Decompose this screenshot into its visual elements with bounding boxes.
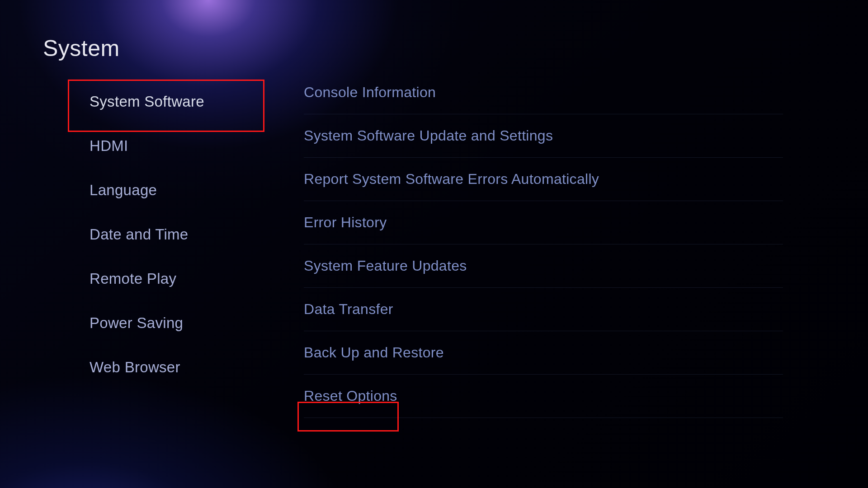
sidebar-item-date-and-time[interactable]: Date and Time	[68, 212, 264, 257]
content-item-system-software-update[interactable]: System Software Update and Settings	[304, 114, 783, 158]
sidebar: System Software HDMI Language Date and T…	[68, 80, 264, 389]
sidebar-item-language[interactable]: Language	[68, 168, 264, 212]
content-item-report-errors[interactable]: Report System Software Errors Automatica…	[304, 158, 783, 201]
sidebar-item-power-saving[interactable]: Power Saving	[68, 301, 264, 345]
content-item-reset-options[interactable]: Reset Options	[304, 375, 783, 418]
content-item-data-transfer[interactable]: Data Transfer	[304, 288, 783, 331]
content-panel: Console Information System Software Upda…	[304, 84, 783, 418]
content-item-console-information[interactable]: Console Information	[304, 84, 783, 114]
sidebar-item-system-software[interactable]: System Software	[68, 80, 264, 124]
content-item-system-feature-updates[interactable]: System Feature Updates	[304, 244, 783, 288]
content-item-back-up-and-restore[interactable]: Back Up and Restore	[304, 331, 783, 375]
sidebar-item-remote-play[interactable]: Remote Play	[68, 257, 264, 301]
sidebar-item-web-browser[interactable]: Web Browser	[68, 345, 264, 389]
sidebar-item-hdmi[interactable]: HDMI	[68, 124, 264, 168]
page-title: System	[43, 35, 120, 61]
content-item-error-history[interactable]: Error History	[304, 201, 783, 244]
